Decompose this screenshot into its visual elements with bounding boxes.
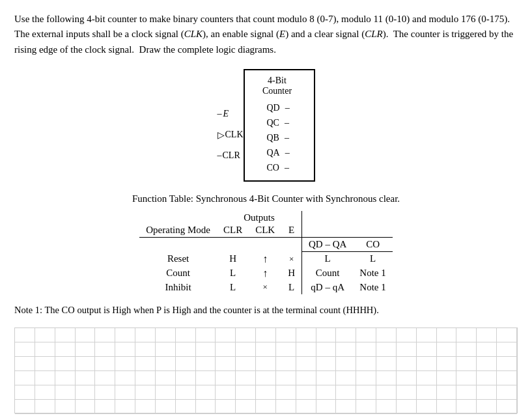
table-row: Count L ↑ H Count Note 1 xyxy=(139,266,393,281)
input-clr: –CLR xyxy=(217,150,244,161)
grid-cell xyxy=(256,371,276,385)
grid-cell xyxy=(477,357,497,371)
grid-cell xyxy=(95,400,115,414)
grid-cell xyxy=(15,385,35,400)
grid-cell xyxy=(196,357,216,371)
grid-cell xyxy=(417,357,437,371)
grid-cell xyxy=(456,328,477,342)
grid-cell xyxy=(477,328,497,342)
grid-cell xyxy=(356,385,376,400)
grid-cell xyxy=(236,385,256,400)
grid-cell xyxy=(196,385,216,400)
col-clr: CLR xyxy=(217,223,249,238)
grid-cell xyxy=(135,342,156,357)
output-qc: QC– xyxy=(267,115,302,130)
grid-cell xyxy=(55,342,76,357)
grid-cell xyxy=(216,357,236,371)
table-row: Inhibit L × L qD – qA Note 1 xyxy=(139,281,393,294)
output-qd: QD– xyxy=(267,100,302,115)
grid-cell xyxy=(296,328,316,342)
grid-cell xyxy=(35,357,55,371)
grid-cell xyxy=(196,342,216,357)
output-co: CO– xyxy=(267,160,302,175)
grid-cell xyxy=(176,357,196,371)
grid-cell xyxy=(15,400,35,414)
grid-cell xyxy=(15,328,35,342)
grid-cell xyxy=(236,357,256,371)
grid-cell xyxy=(397,357,417,371)
grid-cell xyxy=(135,328,156,342)
grid-cell xyxy=(76,328,96,342)
grid-cell xyxy=(477,342,497,357)
grid-cell xyxy=(196,400,216,414)
grid-cell xyxy=(176,400,196,414)
grid-cell xyxy=(256,328,276,342)
grid-cell xyxy=(296,400,316,414)
grid-cell xyxy=(316,400,337,414)
operating-mode-header: Operating Mode xyxy=(139,211,217,238)
grid-cell xyxy=(156,342,176,357)
function-table: Operating Mode Outputs CLR CLK E QD – QA… xyxy=(139,211,393,294)
qdqa-col-header: QD – QA xyxy=(302,238,354,252)
grid-cell xyxy=(35,371,55,385)
grid-cell xyxy=(376,328,397,342)
grid-cell xyxy=(376,357,397,371)
grid-cell xyxy=(437,357,457,371)
co-col-header: CO xyxy=(353,238,392,252)
grid-cell xyxy=(417,328,437,342)
grid-cell xyxy=(336,371,356,385)
grid-cell xyxy=(236,342,256,357)
grid-cell xyxy=(456,385,477,400)
grid-cell xyxy=(95,385,115,400)
grid-cell xyxy=(437,328,457,342)
grid-cell xyxy=(115,328,135,342)
grid-cell xyxy=(356,328,376,342)
grid-cell xyxy=(417,400,437,414)
grid-cell xyxy=(115,385,135,400)
note-text: Note 1: The CO output is High when P is … xyxy=(14,303,518,318)
grid-cell xyxy=(176,328,196,342)
grid-cell xyxy=(356,400,376,414)
grid-cell xyxy=(276,385,296,400)
clk-inhibit: × xyxy=(249,281,281,294)
output-qa: QA– xyxy=(267,145,302,160)
grid-cell xyxy=(376,385,397,400)
mode-inhibit: Inhibit xyxy=(139,281,217,294)
diagram-area: –E ▷CLK –CLR 4-Bit Counter QD– xyxy=(14,69,518,182)
table-wrapper: Operating Mode Outputs CLR CLK E QD – QA… xyxy=(14,211,518,294)
clk-count: ↑ xyxy=(249,266,281,281)
e-inhibit: L xyxy=(281,281,301,294)
grid-cell xyxy=(477,371,497,385)
grid-cell xyxy=(216,342,236,357)
grid-cell xyxy=(397,328,417,342)
col-e: E xyxy=(281,223,301,238)
grid-cell xyxy=(135,400,156,414)
problem-text: Use the following 4-bit counter to make … xyxy=(14,12,518,57)
mode-reset: Reset xyxy=(139,252,217,266)
grid-cell xyxy=(316,385,337,400)
grid-cell xyxy=(276,357,296,371)
output-qb: QB– xyxy=(267,130,302,145)
grid-cell xyxy=(397,385,417,400)
grid-cell xyxy=(276,328,296,342)
grid-cell xyxy=(236,371,256,385)
grid-cell xyxy=(55,385,76,400)
grid-cell xyxy=(336,342,356,357)
grid-cell xyxy=(437,385,457,400)
grid-cell xyxy=(256,385,276,400)
grid-cell xyxy=(497,357,517,371)
grid-cell xyxy=(256,357,276,371)
grid-cell xyxy=(115,400,135,414)
grid-cell xyxy=(76,357,96,371)
grid-cell xyxy=(456,357,477,371)
grid-cell xyxy=(115,357,135,371)
qdqa-count: Count xyxy=(302,266,354,281)
grid-cell xyxy=(336,400,356,414)
grid-cell xyxy=(95,371,115,385)
grid-cell xyxy=(397,371,417,385)
co-inhibit: Note 1 xyxy=(353,281,392,294)
outputs-header: Outputs xyxy=(217,211,302,223)
function-table-title: Function Table: Synchronous 4-Bit Counte… xyxy=(14,193,518,204)
grid-cell xyxy=(95,357,115,371)
grid-cell xyxy=(35,328,55,342)
